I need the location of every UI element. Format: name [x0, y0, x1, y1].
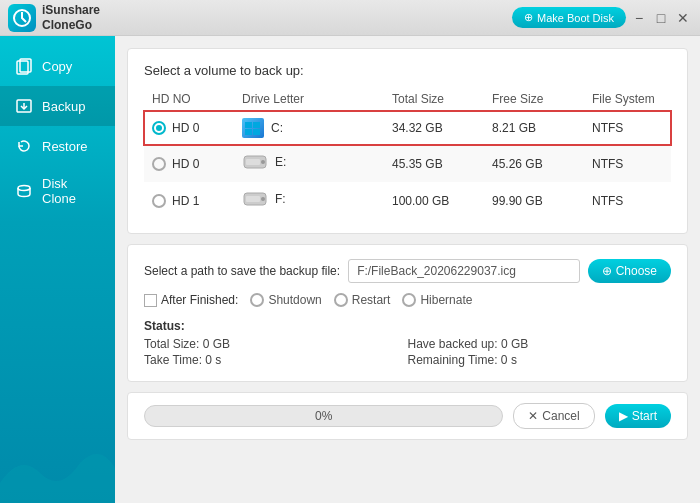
- cell-freesize: 8.21 GB: [484, 111, 584, 146]
- status-grid: Total Size: 0 GB Have backed up: 0 GB Ta…: [144, 337, 671, 367]
- plus-icon: ⊕: [602, 264, 612, 278]
- cell-filesystem: NTFS: [584, 111, 671, 146]
- sidebar-item-label-backup: Backup: [42, 99, 85, 114]
- progress-label: 0%: [315, 409, 332, 423]
- status-section: Status: Total Size: 0 GB Have backed up:…: [144, 319, 671, 367]
- title-bar-left: iSunshare CloneGo: [8, 3, 100, 32]
- cell-driveletter: F:: [234, 182, 384, 219]
- after-finished-checkbox[interactable]: After Finished:: [144, 293, 238, 307]
- hibernate-label: Hibernate: [420, 293, 472, 307]
- svg-point-15: [261, 197, 265, 201]
- cell-hdno: HD 0: [144, 111, 234, 146]
- app-window: iSunshare CloneGo ⊕ Make Boot Disk − □ ✕: [0, 0, 700, 503]
- take-time-status: Take Time: 0 s: [144, 353, 408, 367]
- svg-rect-11: [246, 159, 260, 165]
- restart-radio[interactable]: [334, 293, 348, 307]
- cell-driveletter: E:: [234, 145, 384, 182]
- cell-driveletter-text: E:: [275, 155, 286, 169]
- maximize-button[interactable]: □: [652, 9, 670, 27]
- restart-label: Restart: [352, 293, 391, 307]
- cell-totalsize: 34.32 GB: [384, 111, 484, 146]
- after-finished-label: After Finished:: [161, 293, 238, 307]
- sidebar-item-label-restore: Restore: [42, 139, 88, 154]
- svg-rect-14: [246, 196, 260, 202]
- play-icon: ▶: [619, 409, 628, 423]
- sidebar-item-backup[interactable]: Backup: [0, 86, 115, 126]
- cell-totalsize: 45.35 GB: [384, 145, 484, 182]
- progress-bar-container: 0%: [144, 405, 503, 427]
- restart-option[interactable]: Restart: [334, 293, 391, 307]
- path-label: Select a path to save the backup file:: [144, 264, 340, 278]
- shutdown-radio[interactable]: [250, 293, 264, 307]
- cell-hdno: HD 0: [144, 145, 234, 182]
- app-title: iSunshare CloneGo: [42, 3, 100, 32]
- sidebar-item-restore[interactable]: Restore: [0, 126, 115, 166]
- title-bar-right: ⊕ Make Boot Disk − □ ✕: [512, 7, 692, 28]
- col-driveletter: Drive Letter: [234, 88, 384, 111]
- svg-rect-7: [253, 122, 260, 128]
- title-bar: iSunshare CloneGo ⊕ Make Boot Disk − □ ✕: [0, 0, 700, 36]
- restore-icon: [14, 136, 34, 156]
- sidebar-item-label-diskclone: Disk Clone: [42, 176, 101, 206]
- options-row: After Finished: Shutdown Restart Hiberna…: [144, 293, 671, 307]
- col-totalsize: Total Size: [384, 88, 484, 111]
- radio-button[interactable]: [152, 194, 166, 208]
- have-backed-up-status: Have backed up: 0 GB: [408, 337, 672, 351]
- minimize-button[interactable]: −: [630, 9, 648, 27]
- svg-point-5: [18, 186, 30, 191]
- radio-button[interactable]: [152, 157, 166, 171]
- checkbox-box[interactable]: [144, 294, 157, 307]
- radio-button[interactable]: [152, 121, 166, 135]
- cell-driveletter-text: F:: [275, 192, 286, 206]
- progress-panel: 0% ✕ Cancel ▶ Start: [127, 392, 688, 440]
- cancel-button[interactable]: ✕ Cancel: [513, 403, 594, 429]
- hdd-icon: [242, 189, 270, 209]
- cell-hdno-text: HD 0: [172, 157, 199, 171]
- windows-drive-icon: [242, 118, 264, 138]
- sidebar-item-copy[interactable]: Copy: [0, 46, 115, 86]
- choose-button[interactable]: ⊕ Choose: [588, 259, 671, 283]
- svg-rect-6: [245, 122, 252, 128]
- cell-freesize: 45.26 GB: [484, 145, 584, 182]
- table-row[interactable]: HD 1: [144, 182, 671, 219]
- hdd-icon: [242, 152, 270, 172]
- diskclone-icon: [14, 181, 34, 201]
- total-size-status: Total Size: 0 GB: [144, 337, 408, 351]
- table-row[interactable]: HD 0: [144, 145, 671, 182]
- start-button[interactable]: ▶ Start: [605, 404, 671, 428]
- cell-filesystem: NTFS: [584, 182, 671, 219]
- remaining-time-status: Remaining Time: 0 s: [408, 353, 672, 367]
- svg-rect-8: [245, 129, 252, 135]
- cancel-icon: ✕: [528, 409, 538, 423]
- col-hdno: HD NO: [144, 88, 234, 111]
- table-row[interactable]: HD 0: [144, 111, 671, 146]
- svg-rect-9: [253, 129, 260, 135]
- status-title: Status:: [144, 319, 671, 333]
- col-freesize: Free Size: [484, 88, 584, 111]
- shutdown-option[interactable]: Shutdown: [250, 293, 321, 307]
- shutdown-label: Shutdown: [268, 293, 321, 307]
- sidebar-item-label-copy: Copy: [42, 59, 72, 74]
- make-boot-disk-button[interactable]: ⊕ Make Boot Disk: [512, 7, 626, 28]
- cell-driveletter-text: C:: [271, 121, 283, 135]
- path-input[interactable]: [348, 259, 580, 283]
- path-row: Select a path to save the backup file: ⊕…: [144, 259, 671, 283]
- svg-point-12: [261, 160, 265, 164]
- copy-icon: [14, 56, 34, 76]
- disk-icon: ⊕: [524, 11, 533, 24]
- backup-icon: [14, 96, 34, 116]
- content-area: Select a volume to back up: HD NO Drive …: [115, 36, 700, 503]
- col-filesystem: File System: [584, 88, 671, 111]
- volume-panel: Select a volume to back up: HD NO Drive …: [127, 48, 688, 234]
- sidebar-item-diskclone[interactable]: Disk Clone: [0, 166, 115, 216]
- volume-table: HD NO Drive Letter Total Size Free Size …: [144, 88, 671, 219]
- main-layout: Copy Backup: [0, 36, 700, 503]
- hibernate-radio[interactable]: [402, 293, 416, 307]
- app-logo: [8, 4, 36, 32]
- backup-panel: Select a path to save the backup file: ⊕…: [127, 244, 688, 382]
- cell-hdno-text: HD 0: [172, 121, 199, 135]
- cell-driveletter: C:: [234, 111, 384, 146]
- hibernate-option[interactable]: Hibernate: [402, 293, 472, 307]
- close-button[interactable]: ✕: [674, 9, 692, 27]
- volume-panel-title: Select a volume to back up:: [144, 63, 671, 78]
